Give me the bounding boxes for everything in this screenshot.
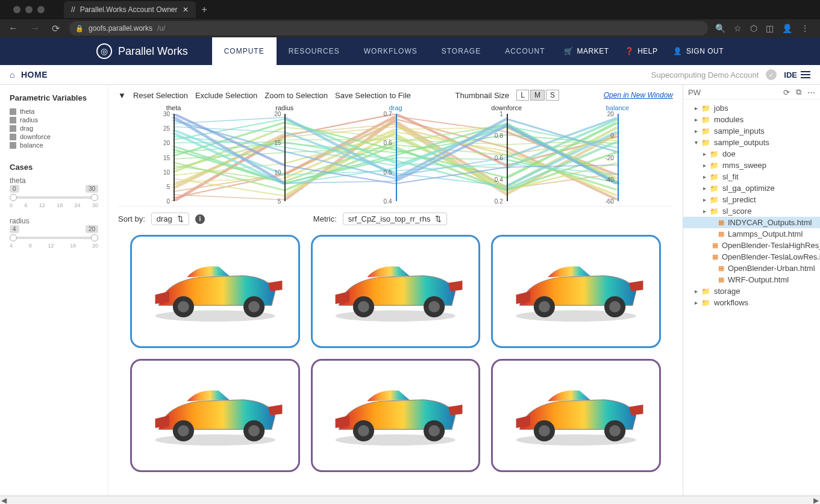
slider-radius[interactable]: radius42048121620 <box>10 217 98 249</box>
close-window-icon[interactable] <box>13 6 20 13</box>
thumbnail-3[interactable] <box>130 359 300 472</box>
thumb-size-M[interactable]: M <box>530 90 545 101</box>
checkbox-icon[interactable] <box>10 108 16 115</box>
scroll-left-icon[interactable]: ◀ <box>1 496 7 505</box>
bottom-scrollbar[interactable]: ◀ ▶ <box>0 496 820 504</box>
folder-sl_ga_optimize[interactable]: ▸📁sl_ga_optimize <box>683 182 820 194</box>
slider-track[interactable] <box>10 237 98 239</box>
var-item-drag[interactable]: drag <box>10 124 98 132</box>
extension-icon[interactable]: ◫ <box>766 23 774 33</box>
checkbox-icon[interactable] <box>10 117 16 123</box>
thumb-size-L[interactable]: L <box>516 90 529 101</box>
folder-mms_sweep[interactable]: ▸📁mms_sweep <box>683 160 820 171</box>
home-link[interactable]: ⌂ HOME <box>10 70 48 79</box>
more-icon[interactable]: ⋯ <box>807 88 815 97</box>
file-openblender-urban-html[interactable]: ▦OpenBlender-Urban.html <box>683 263 820 274</box>
axis-balance[interactable]: balance-60-40-20020 <box>562 104 673 206</box>
file-openblender-teslahighres_html[interactable]: ▦OpenBlender-TeslaHighRes_html <box>683 240 820 251</box>
file-openblender-teslalowres-html[interactable]: ▦OpenBlender-TeslaLowRes.html <box>683 251 820 263</box>
nav-item-resources[interactable]: RESOURCES <box>277 37 352 65</box>
ide-button[interactable]: IDE <box>784 70 810 79</box>
slider-theta[interactable]: theta0300612182430 <box>10 176 98 208</box>
folder-sl_fit[interactable]: ▸📁sl_fit <box>683 171 820 182</box>
help-link[interactable]: ❓HELP <box>625 47 658 55</box>
folder-sl_predict[interactable]: ▸📁sl_predict <box>683 194 820 205</box>
close-icon[interactable]: ✕ <box>183 5 189 14</box>
thumb-size-S[interactable]: S <box>546 90 559 101</box>
file-lammps_output-html[interactable]: ▦Lammps_Output.html <box>683 228 820 240</box>
reset-selection-button[interactable]: Reset Selection <box>133 91 188 100</box>
scroll-right-icon[interactable]: ▶ <box>813 496 819 505</box>
nav-item-workflows[interactable]: WORKFLOWS <box>352 37 430 65</box>
save-selection-button[interactable]: Save Selection to File <box>335 91 411 100</box>
new-tab-button[interactable]: + <box>202 4 207 15</box>
axis-line[interactable] <box>284 114 286 201</box>
axis-radius[interactable]: radius5101520 <box>229 104 340 206</box>
checkbox-icon[interactable] <box>10 134 16 140</box>
copy-icon[interactable]: ⧉ <box>796 87 801 97</box>
slider-thumb-min[interactable] <box>10 234 17 241</box>
axis-drag[interactable]: drag0.40.50.60.7 <box>340 104 451 206</box>
folder-doe[interactable]: ▸📁doe <box>683 148 820 160</box>
axis-theta[interactable]: theta051015202530 <box>118 104 229 206</box>
url-input[interactable]: 🔒 goofs.parallel.works/u/ <box>69 21 708 36</box>
slider-thumb-max[interactable] <box>91 234 98 241</box>
avatar-icon[interactable]: 👤 <box>782 23 792 33</box>
shield-icon[interactable]: ⬡ <box>750 23 757 33</box>
axis-downforce[interactable]: downforce0.20.40.60.81 <box>451 104 562 206</box>
parallel-coordinates-chart[interactable]: theta051015202530radius5101520drag0.40.5… <box>118 104 673 207</box>
dropdown-icon[interactable]: ▼ <box>118 91 126 100</box>
slider-thumb-max[interactable] <box>91 194 98 201</box>
kebab-menu-icon[interactable]: ⋮ <box>801 23 809 33</box>
back-button[interactable]: ← <box>6 23 20 34</box>
axis-line[interactable] <box>396 114 397 201</box>
checkbox-icon[interactable] <box>10 142 16 149</box>
forward-button[interactable]: → <box>28 23 42 34</box>
folder-sample_outputs[interactable]: ▾📁sample_outputs <box>683 137 820 148</box>
axis-line[interactable] <box>618 114 619 201</box>
folder-workflows[interactable]: ▸📁workflows <box>683 297 820 308</box>
folder-storage[interactable]: ▸📁storage <box>683 285 820 297</box>
slider-thumb-min[interactable] <box>10 194 17 201</box>
file-indycar_outputs-html[interactable]: ▦INDYCAR_Outputs.html <box>683 217 820 228</box>
signout-link[interactable]: 👤SIGN OUT <box>673 47 724 55</box>
thumbnail-0[interactable] <box>130 235 300 348</box>
refresh-icon[interactable]: ⟳ <box>783 88 790 97</box>
folder-modules[interactable]: ▸📁modules <box>683 114 820 125</box>
axis-line[interactable] <box>174 114 175 201</box>
nav-item-storage[interactable]: STORAGE <box>430 37 493 65</box>
info-icon[interactable]: i <box>195 214 205 224</box>
market-link[interactable]: 🛒MARKET <box>564 47 609 55</box>
var-item-theta[interactable]: theta <box>10 107 98 116</box>
exclude-selection-button[interactable]: Exclude Selection <box>195 91 257 100</box>
nav-item-account[interactable]: ACCOUNT <box>493 37 557 65</box>
open-new-window-link[interactable]: Open in New Window <box>604 91 673 99</box>
folder-jobs[interactable]: ▸📁jobs <box>683 102 820 114</box>
star-icon[interactable]: ☆ <box>734 23 742 33</box>
zoom-selection-button[interactable]: Zoom to Selection <box>264 91 328 100</box>
slider-track[interactable] <box>10 196 98 199</box>
maximize-window-icon[interactable] <box>37 6 45 13</box>
metric-select[interactable]: srf_CpZ_iso_top_rr_rhs⇅ <box>343 213 448 225</box>
account-name: Supecomputing Demo Account <box>651 70 759 79</box>
thumbnail-5[interactable] <box>491 359 661 472</box>
checkbox-icon[interactable] <box>10 125 16 132</box>
thumbnail-1[interactable] <box>311 235 481 348</box>
browser-tab[interactable]: // Parallel.Works Account Owner ✕ <box>64 1 196 18</box>
reload-button[interactable]: ⟳ <box>49 23 62 34</box>
nav-item-compute[interactable]: COMPUTE <box>212 37 277 65</box>
brand[interactable]: ◎ Parallel Works <box>96 43 188 59</box>
file-wrf-output-html[interactable]: ▦WRF-Output.html <box>683 274 820 285</box>
search-icon[interactable]: 🔍 <box>715 23 725 33</box>
folder-sl_score[interactable]: ▸📁sl_score <box>683 205 820 217</box>
thumbnail-2[interactable] <box>491 235 661 348</box>
thumbnail-4[interactable] <box>311 359 481 472</box>
var-item-balance[interactable]: balance <box>10 141 98 149</box>
axis-line[interactable] <box>507 114 508 201</box>
var-item-radius[interactable]: radius <box>10 116 98 124</box>
var-item-downforce[interactable]: downforce <box>10 132 98 141</box>
sort-select[interactable]: drag⇅ <box>151 213 189 225</box>
minimize-window-icon[interactable] <box>25 6 33 13</box>
window-controls[interactable] <box>6 6 52 13</box>
folder-sample_inputs[interactable]: ▸📁sample_inputs <box>683 125 820 137</box>
